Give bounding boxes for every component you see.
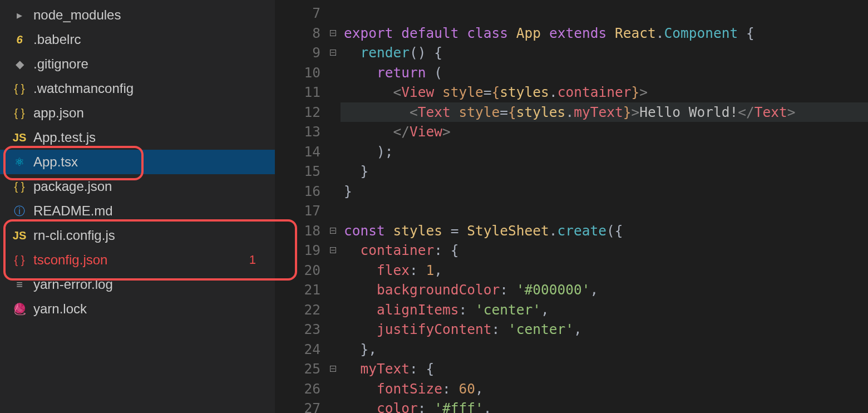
token-tag: < [410, 104, 418, 120]
file-label: yarn-error.log [33, 277, 113, 292]
token-prop: justifyContent [377, 321, 492, 337]
code-area[interactable]: export default class App extends React.C… [341, 0, 868, 413]
code-line[interactable]: flex: 1, [341, 260, 868, 281]
file-item-tsconfig-json[interactable]: { }tsconfig.json1 [0, 248, 275, 272]
token-prop: fontSize [377, 381, 442, 397]
code-line[interactable]: </View> [341, 122, 868, 142]
file-item-app-test-js[interactable]: JSApp.test.js [0, 125, 275, 150]
file-item-rn-cli-config-js[interactable]: JSrn-cli.config.js [0, 223, 275, 248]
code-line[interactable]: color: '#fff'. [341, 399, 868, 413]
code-line[interactable]: return ( [341, 63, 868, 83]
fold-marker[interactable] [325, 43, 341, 63]
file-item-yarn-error-log[interactable]: ≡yarn-error.log [0, 272, 275, 297]
file-item-app-json[interactable]: { }app.json [0, 101, 275, 125]
token-pun: : { [410, 361, 434, 377]
token-pun: } [344, 163, 368, 179]
fold-gutter[interactable] [325, 0, 341, 413]
token-pun [344, 84, 393, 100]
token-pun [344, 302, 377, 318]
token-prop: myText [361, 361, 410, 377]
fold-marker[interactable] [325, 300, 341, 320]
token-kw: default [401, 25, 458, 41]
token-str: '#fff' [434, 400, 484, 413]
line-number: 7 [275, 3, 325, 23]
file-explorer[interactable]: ▸node_modules6.babelrc◆.gitignore{ }.wat… [0, 0, 275, 413]
file-item-readme-md[interactable]: ⓘREADME.md [0, 199, 275, 223]
code-line[interactable]: ); [341, 142, 868, 162]
code-line[interactable]: } [341, 161, 868, 181]
fold-marker[interactable] [325, 359, 341, 379]
file-item--gitignore[interactable]: ◆.gitignore [0, 52, 275, 76]
token-pun [541, 25, 549, 41]
file-item-yarn-lock[interactable]: 🧶yarn.lock [0, 297, 275, 321]
fold-marker[interactable] [325, 82, 341, 102]
code-line[interactable] [341, 201, 868, 221]
code-line[interactable]: backgroundColor: '#000000', [341, 280, 868, 300]
file-item-node-modules[interactable]: ▸node_modules [0, 3, 275, 27]
token-tag: > [442, 124, 451, 140]
token-prop: myText [574, 104, 623, 120]
token-pun [385, 223, 393, 239]
file-label: App.tsx [33, 154, 78, 170]
fold-marker[interactable] [325, 102, 341, 122]
fold-marker[interactable] [325, 260, 341, 281]
fold-marker[interactable] [325, 221, 341, 241]
fold-marker[interactable] [325, 122, 341, 142]
fold-marker[interactable] [325, 240, 341, 260]
code-line[interactable]: fontSize: 60, [341, 379, 868, 399]
token-fn: Component [664, 25, 738, 41]
fold-marker[interactable] [325, 161, 341, 181]
code-line[interactable]: justifyContent: 'center', [341, 319, 868, 340]
yarn-icon: 🧶 [12, 302, 27, 316]
token-pun: = [442, 223, 467, 239]
error-badge: 1 [249, 253, 256, 267]
code-line[interactable] [341, 3, 868, 23]
fold-marker[interactable] [325, 399, 341, 413]
file-item-app-tsx[interactable]: ⚛App.tsx [0, 150, 275, 174]
token-pun [344, 361, 361, 377]
token-pun: : [442, 381, 459, 397]
code-line[interactable]: const styles = StyleSheet.create({ [341, 221, 868, 241]
code-editor[interactable]: 789101112131415161718192021222324252627 … [275, 0, 868, 413]
fold-marker[interactable] [325, 379, 341, 399]
token-type2: Text [418, 104, 451, 120]
code-line[interactable]: alignItems: 'center', [341, 300, 868, 320]
token-str: 'center' [508, 321, 574, 337]
file-item--watchmanconfig[interactable]: { }.watchmanconfig [0, 76, 275, 101]
line-number: 14 [275, 142, 325, 162]
fold-marker[interactable] [325, 23, 341, 43]
line-number: 10 [275, 63, 325, 83]
fold-marker[interactable] [325, 63, 341, 83]
fold-marker[interactable] [325, 340, 341, 360]
token-pun [344, 381, 377, 397]
token-prop: alignItems [377, 302, 459, 318]
token-pun: . [484, 400, 492, 413]
code-line[interactable]: } [341, 181, 868, 201]
fold-marker[interactable] [325, 181, 341, 201]
line-number: 16 [275, 181, 325, 201]
file-item--babelrc[interactable]: 6.babelrc [0, 27, 275, 52]
fold-marker[interactable] [325, 280, 341, 300]
babel-icon: 6 [12, 33, 27, 46]
file-item-package-json[interactable]: { }package.json [0, 174, 275, 199]
token-pun [344, 104, 410, 120]
code-line[interactable]: container: { [341, 240, 868, 260]
fold-marker[interactable] [325, 201, 341, 221]
code-line[interactable]: <View style={styles.container}> [341, 82, 868, 102]
token-type: styles [393, 223, 443, 239]
token-pun: : [418, 400, 435, 413]
token-pun [344, 262, 377, 278]
code-line[interactable]: myText: { [341, 359, 868, 379]
code-line[interactable]: export default class App extends React.C… [341, 23, 868, 43]
fold-marker[interactable] [325, 3, 341, 23]
json-icon: { } [12, 82, 27, 95]
line-number: 17 [275, 201, 325, 221]
fold-marker[interactable] [325, 142, 341, 162]
code-line[interactable]: render() { [341, 43, 868, 63]
token-pun: : { [434, 242, 458, 258]
token-prop: container [361, 242, 435, 258]
code-line[interactable]: }, [341, 340, 868, 360]
line-number: 11 [275, 82, 325, 102]
code-line[interactable]: <Text style={styles.myText}>Hello World!… [341, 102, 868, 122]
fold-marker[interactable] [325, 319, 341, 340]
